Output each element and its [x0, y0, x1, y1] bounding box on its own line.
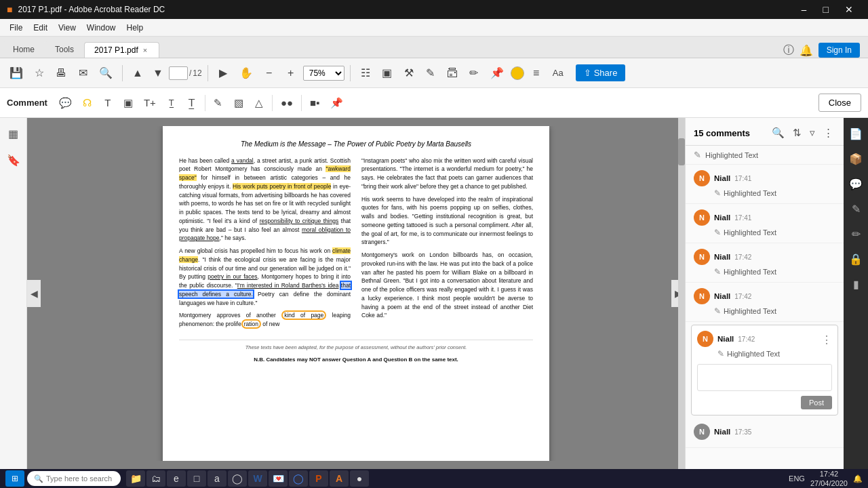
filter-comments-button[interactable]: ▿	[808, 125, 817, 141]
taskbar-app-ppt[interactable]: P	[309, 470, 328, 487]
replace-text-button[interactable]: T̲	[162, 92, 181, 114]
taskbar-search[interactable]: 🔍	[27, 471, 121, 486]
menu-file[interactable]: File	[4, 22, 28, 34]
pdf-scrollbar-thumb[interactable]	[678, 138, 685, 165]
zoom-select[interactable]: 75% 100% 125% 150%	[303, 66, 344, 81]
taskbar-notification-icon[interactable]: 🔔	[853, 474, 863, 483]
print-button[interactable]: 🖶	[52, 62, 71, 84]
rs-comment-button[interactable]: 💬	[845, 174, 867, 195]
email-button[interactable]: ✉	[73, 62, 92, 84]
taskbar-app-more[interactable]: ●	[350, 470, 369, 487]
eraser-button[interactable]: ▧	[229, 92, 248, 114]
notification-icon[interactable]: 🔔	[800, 44, 813, 57]
taskbar-app-files[interactable]: 🗂	[146, 470, 165, 487]
text-box-button[interactable]: ▣	[119, 92, 138, 114]
taskbar-lang: ENG	[789, 474, 805, 483]
sidebar-thumbnail-button[interactable]: ▦	[4, 123, 22, 144]
start-button[interactable]: ⊞	[5, 470, 24, 487]
comment-reply-input[interactable]	[697, 364, 832, 391]
comment-item-1[interactable]: N Niall 17:41 ✎ Highlighted Text	[686, 165, 844, 204]
app-icon: ■	[7, 4, 12, 15]
underline-vandal: a vandal	[231, 157, 254, 164]
question-icon[interactable]: ⓘ	[783, 43, 794, 58]
post-comment-button[interactable]: Post	[801, 396, 832, 409]
close-window-button[interactable]: ✕	[837, 0, 861, 19]
hand-tool-button[interactable]: ✋	[235, 62, 257, 84]
rs-page-button[interactable]: 📄	[845, 123, 867, 144]
taskbar-app-word[interactable]: W	[248, 470, 267, 487]
prev-page-nav-button[interactable]: ◀	[27, 280, 41, 307]
menu-view[interactable]: View	[53, 22, 81, 34]
tab-close-button[interactable]: ×	[141, 45, 149, 55]
pdf-scrollbar[interactable]	[678, 118, 685, 469]
pin-button[interactable]: 📌	[486, 62, 508, 84]
tab-tools[interactable]: Tools	[45, 41, 84, 58]
pencil-button[interactable]: ✎	[209, 92, 228, 114]
cursor-tool-button[interactable]: ▶	[214, 62, 233, 84]
stamp-button[interactable]: 🖆	[443, 62, 462, 84]
attach-button[interactable]: 📌	[326, 92, 348, 114]
shape-button[interactable]: △	[250, 92, 269, 114]
main-area: ▦ 🔖 ◀ The Medium is the Message – The Po…	[0, 118, 868, 469]
comment-item-2[interactable]: N Niall 17:41 ✎ Highlighted Text	[686, 204, 844, 243]
rs-layers-button[interactable]: 📦	[845, 148, 867, 169]
taskbar-app-misc[interactable]: ◯	[228, 470, 247, 487]
menu-edit[interactable]: Edit	[28, 22, 53, 34]
pdf-scroll[interactable]: The Medium is the Message – The Power of…	[27, 126, 685, 461]
share-button[interactable]: ⇧ Share	[576, 64, 626, 81]
bookmark-button[interactable]: ☆	[30, 62, 49, 84]
sort-comments-button[interactable]: ⇅	[791, 125, 804, 141]
close-comment-toolbar-button[interactable]: Close	[818, 94, 861, 112]
highlight-button[interactable]: ☊	[78, 92, 97, 114]
zoom-out-button[interactable]: −	[260, 62, 279, 84]
comment-item-bottom[interactable]: N Niall 17:35	[686, 418, 844, 448]
more-comments-button[interactable]: ⋮	[821, 125, 835, 141]
add-comment-button[interactable]: 💬	[54, 92, 77, 114]
comment-item-4[interactable]: N Niall 17:42 ✎ Highlighted Text	[686, 283, 844, 322]
taskbar-app-acrobat[interactable]: A	[330, 470, 349, 487]
search-comments-button[interactable]: 🔍	[770, 125, 787, 141]
view-mode-button[interactable]: ☷	[356, 62, 375, 84]
sign-in-button[interactable]: Sign In	[818, 43, 860, 58]
maximize-button[interactable]: □	[815, 0, 837, 19]
more-options-button[interactable]: ⋮	[821, 333, 832, 346]
rs-protect-button[interactable]: 🔒	[845, 249, 867, 270]
rs-sign-button[interactable]: ✏	[848, 224, 865, 245]
comment-avatar-3: N	[694, 249, 710, 265]
taskbar-app-amazon[interactable]: a	[208, 470, 226, 487]
search-button[interactable]: 🔍	[95, 62, 117, 84]
taskbar-app-explorer[interactable]: 📁	[126, 470, 145, 487]
separator-3	[301, 95, 302, 111]
tab-active-file[interactable]: 2017 P1.pdf ×	[84, 42, 159, 58]
taskbar-app-ie[interactable]: e	[167, 470, 186, 487]
measure-button[interactable]: ●●	[276, 92, 298, 114]
text-button[interactable]: T	[98, 92, 117, 114]
stamp-button[interactable]: ■▪	[305, 92, 324, 114]
rs-form-button[interactable]: ✎	[848, 199, 865, 220]
read-mode-button[interactable]: ▣	[378, 62, 397, 84]
menu-help[interactable]: Help	[121, 22, 149, 34]
sidebar-bookmark-button[interactable]: 🔖	[3, 150, 24, 171]
font-size-button[interactable]: Aa	[549, 62, 568, 84]
insert-text-button[interactable]: T​+	[139, 92, 161, 114]
comment-item-3[interactable]: N Niall 17:42 ✎ Highlighted Text	[686, 243, 844, 283]
zoom-in-button[interactable]: +	[281, 62, 300, 84]
taskbar-app-dropbox[interactable]: □	[187, 470, 206, 487]
prev-page-button[interactable]: ▲	[128, 62, 147, 84]
tools-button[interactable]: ⚒	[399, 62, 418, 84]
rs-redact-button[interactable]: ▮	[849, 274, 863, 295]
save-button[interactable]: 💾	[5, 62, 27, 84]
underline-button[interactable]: T̲	[182, 92, 201, 114]
taskbar-app-chrome[interactable]: ◯	[289, 470, 308, 487]
tab-home[interactable]: Home	[3, 41, 45, 58]
minimize-button[interactable]: ‒	[793, 0, 815, 19]
pen-tool-button[interactable]: ✏	[465, 62, 484, 84]
menu-window[interactable]: Window	[81, 22, 121, 34]
taskbar-app-mail[interactable]: 💌	[269, 470, 288, 487]
page-number-input[interactable]: 3	[169, 66, 188, 80]
markup-button[interactable]: ✎	[421, 62, 440, 84]
color-picker[interactable]	[511, 66, 524, 80]
menu-dots-button[interactable]: ≡	[527, 62, 546, 84]
taskbar-search-input[interactable]	[46, 474, 114, 483]
next-page-button[interactable]: ▼	[149, 62, 167, 84]
